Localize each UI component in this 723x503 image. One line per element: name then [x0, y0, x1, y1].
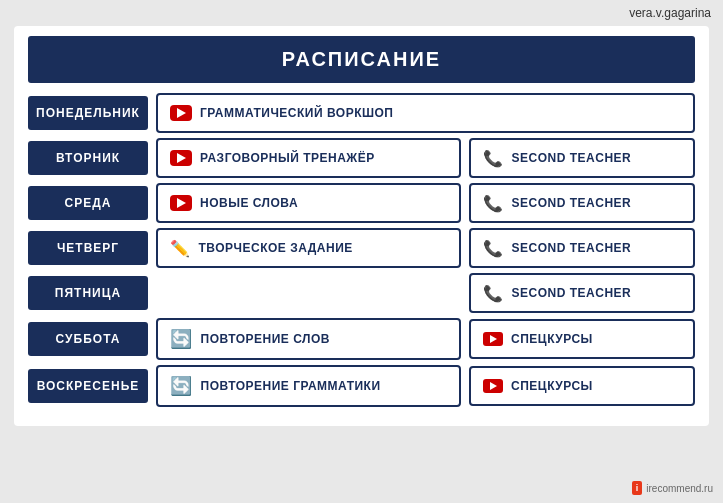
activity-label-1: РАЗГОВОРНЫЙ ТРЕНАЖЁР: [200, 151, 375, 165]
youtube-icon-0: [170, 105, 192, 121]
second-teacher-cell-3[interactable]: 📞 SECOND TEACHER: [469, 228, 695, 268]
spetskursy-label-5: СПЕЦКУРСЫ: [511, 332, 593, 346]
day-cell-6: ВОСКРЕСЕНЬЕ: [28, 369, 148, 403]
activity-cell-4-empty: [156, 273, 461, 313]
activity-label-3: ТВОРЧЕСКОЕ ЗАДАНИЕ: [199, 241, 353, 255]
spetskursy-cell-5[interactable]: СПЕЦКУРСЫ: [469, 319, 695, 359]
activity-label-5: ПОВТОРЕНИЕ СЛОВ: [201, 332, 330, 346]
activity-label-0: ГРАММАТИЧЕСКИЙ ВОРКШОП: [200, 106, 394, 120]
day-cell-4: ПЯТНИЦА: [28, 276, 148, 310]
day-cell-0: ПОНЕДЕЛЬНИК: [28, 96, 148, 130]
recommend-badge: i irecommend.ru: [632, 481, 713, 495]
day-cell-3: ЧЕТВЕРГ: [28, 231, 148, 265]
second-teacher-label-3: SECOND TEACHER: [512, 241, 632, 255]
spetskursy-cell-6[interactable]: СПЕЦКУРСЫ: [469, 366, 695, 406]
activity-label-2: НОВЫЕ СЛОВА: [200, 196, 298, 210]
second-teacher-label-2: SECOND TEACHER: [512, 196, 632, 210]
activity-cell-2[interactable]: НОВЫЕ СЛОВА: [156, 183, 461, 223]
second-teacher-label-1: SECOND TEACHER: [512, 151, 632, 165]
schedule-header: РАСПИСАНИЕ: [28, 36, 695, 83]
pencil-icon-3: ✏️: [170, 239, 191, 258]
row-2: СРЕДА НОВЫЕ СЛОВА 📞 SECOND TEACHER: [28, 183, 695, 223]
phone-icon-3: 📞: [483, 239, 504, 258]
activity-cell-3[interactable]: ✏️ ТВОРЧЕСКОЕ ЗАДАНИЕ: [156, 228, 461, 268]
youtube-icon-6: [483, 379, 503, 393]
row-3: ЧЕТВЕРГ ✏️ ТВОРЧЕСКОЕ ЗАДАНИЕ 📞 SECOND T…: [28, 228, 695, 268]
row-5: СУББОТА 🔄 ПОВТОРЕНИЕ СЛОВ СПЕЦКУРСЫ: [28, 318, 695, 360]
recommend-logo: i: [632, 481, 643, 495]
second-teacher-cell-2[interactable]: 📞 SECOND TEACHER: [469, 183, 695, 223]
activity-label-6: ПОВТОРЕНИЕ ГРАММАТИКИ: [201, 379, 381, 393]
phone-icon-4: 📞: [483, 284, 504, 303]
day-cell-5: СУББОТА: [28, 322, 148, 356]
repeat-icon-6: 🔄: [170, 375, 193, 397]
main-container: РАСПИСАНИЕ ПОНЕДЕЛЬНИК ГРАММАТИЧЕСКИЙ ВО…: [14, 26, 709, 426]
top-bar: vera.v.gagarina: [0, 0, 723, 26]
youtube-icon-5: [483, 332, 503, 346]
row-6: ВОСКРЕСЕНЬЕ 🔄 ПОВТОРЕНИЕ ГРАММАТИКИ СПЕЦ…: [28, 365, 695, 407]
repeat-icon-5: 🔄: [170, 328, 193, 350]
recommend-text: irecommend.ru: [646, 483, 713, 494]
second-teacher-label-4: SECOND TEACHER: [512, 286, 632, 300]
activity-cell-6[interactable]: 🔄 ПОВТОРЕНИЕ ГРАММАТИКИ: [156, 365, 461, 407]
header-title: РАСПИСАНИЕ: [282, 48, 441, 70]
row-4: ПЯТНИЦА 📞 SECOND TEACHER: [28, 273, 695, 313]
second-teacher-cell-4[interactable]: 📞 SECOND TEACHER: [469, 273, 695, 313]
youtube-icon-2: [170, 195, 192, 211]
schedule-body: ПОНЕДЕЛЬНИК ГРАММАТИЧЕСКИЙ ВОРКШОП ВТОРН…: [28, 93, 695, 407]
row-0: ПОНЕДЕЛЬНИК ГРАММАТИЧЕСКИЙ ВОРКШОП: [28, 93, 695, 133]
activity-cell-5[interactable]: 🔄 ПОВТОРЕНИЕ СЛОВ: [156, 318, 461, 360]
row-1: ВТОРНИК РАЗГОВОРНЫЙ ТРЕНАЖЁР 📞 SECOND TE…: [28, 138, 695, 178]
youtube-icon-1: [170, 150, 192, 166]
activity-cell-0[interactable]: ГРАММАТИЧЕСКИЙ ВОРКШОП: [156, 93, 695, 133]
day-cell-1: ВТОРНИК: [28, 141, 148, 175]
username: vera.v.gagarina: [629, 6, 711, 20]
phone-icon-2: 📞: [483, 194, 504, 213]
second-teacher-cell-1[interactable]: 📞 SECOND TEACHER: [469, 138, 695, 178]
phone-icon-1: 📞: [483, 149, 504, 168]
spetskursy-label-6: СПЕЦКУРСЫ: [511, 379, 593, 393]
day-cell-2: СРЕДА: [28, 186, 148, 220]
activity-cell-1[interactable]: РАЗГОВОРНЫЙ ТРЕНАЖЁР: [156, 138, 461, 178]
